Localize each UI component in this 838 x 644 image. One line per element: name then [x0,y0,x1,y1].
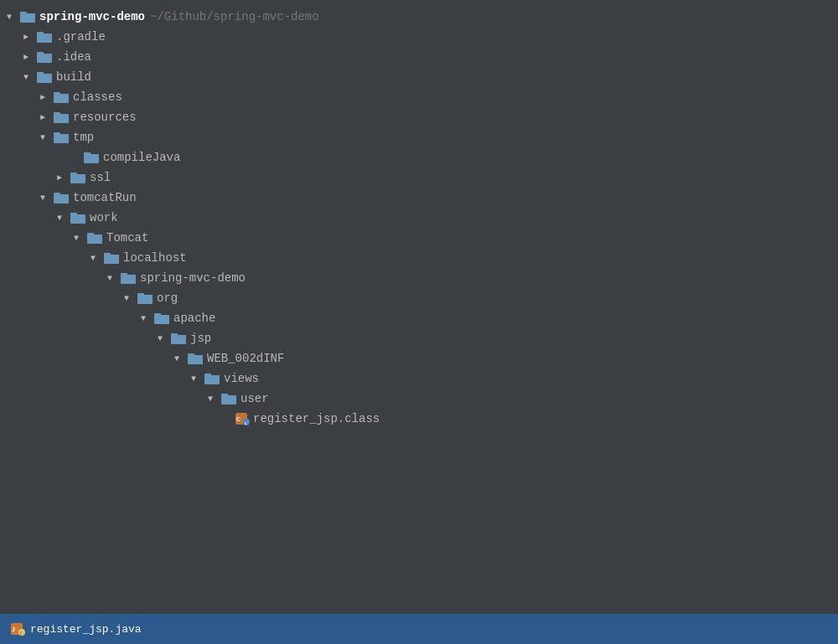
svg-rect-31 [154,313,161,317]
item-label: apache [173,312,215,325]
folder-icon [204,373,220,384]
svg-text:c: c [245,420,247,425]
item-label: tmp [73,131,94,144]
expand-arrow: ► [40,93,54,102]
tree-row-tomcat[interactable]: ▼ Tomcat [0,228,838,248]
item-label: register_jsp.class [253,412,380,425]
svg-text:J: J [12,626,15,632]
tree-row-views[interactable]: ▼ views [0,368,838,389]
svg-rect-35 [188,353,194,357]
tree-row-org[interactable]: ▼ org [0,288,838,308]
folder-icon [84,152,99,163]
folder-icon [70,172,85,183]
expand-arrow: ▼ [191,374,204,384]
item-label: ssl [90,171,111,184]
folder-icon [20,11,35,23]
expand-arrow: ▼ [40,133,54,142]
expand-arrow: ▼ [7,13,20,22]
file-tree: ▼ spring-mvc-demo ~/Github/spring-mvc-de… [0,0,838,614]
svg-rect-37 [204,374,211,377]
expand-arrow: ▼ [141,314,154,323]
svg-rect-1 [20,12,27,15]
expand-arrow: ▼ [57,214,70,223]
tree-row-resources[interactable]: ► resources [0,107,838,127]
item-label: org [157,291,178,305]
expand-arrow: ▼ [40,193,54,203]
tree-row-tmp[interactable]: ▼ tmp [0,127,838,147]
item-label: resources [73,111,137,124]
svg-rect-17 [70,173,77,176]
item-label: .idea [56,50,91,64]
tree-row-register-class[interactable]: C c register_jsp.class [0,409,838,429]
svg-rect-29 [137,293,144,296]
folder-icon [221,393,236,404]
svg-rect-5 [37,52,44,55]
folder-icon [104,252,119,264]
folder-icon [121,272,136,284]
tree-row-idea[interactable]: ► .idea [0,47,838,67]
svg-text:C: C [236,416,241,422]
folder-icon [70,212,85,224]
item-label: tomcatRun [73,191,137,204]
folder-icon [54,192,69,204]
svg-rect-19 [54,193,60,196]
item-label: work [90,211,118,224]
tree-row-user[interactable]: ▼ user [0,389,838,409]
expand-arrow: ▼ [158,334,171,343]
item-label: .gradle [56,30,106,44]
folder-icon [188,353,203,364]
folder-icon [54,111,69,123]
folder-icon [137,292,153,304]
folder-icon [37,71,52,83]
tree-row-ssl[interactable]: ► ssl [0,167,838,188]
tree-row-apache[interactable]: ▼ apache [0,308,838,328]
svg-rect-23 [87,233,94,236]
bottom-bar-filename: register_jsp.java [30,623,142,636]
expand-arrow: ► [23,53,37,62]
svg-rect-33 [171,333,178,337]
folder-icon [54,91,69,103]
folder-icon [54,131,69,143]
tree-row-webinf[interactable]: ▼ WEB_002dINF [0,348,838,368]
expand-arrow: ► [40,113,54,122]
tree-row-work[interactable]: ▼ work [0,208,838,228]
svg-rect-15 [84,152,91,156]
expand-arrow: ▼ [91,254,104,263]
expand-arrow: ► [57,173,70,183]
tree-row-localhost[interactable]: ▼ localhost [0,248,838,268]
tree-row-tomcatrun[interactable]: ▼ tomcatRun [0,188,838,208]
item-label: build [56,70,91,84]
folder-icon [37,51,52,63]
item-label: classes [73,90,122,104]
path-label: ~/Github/spring-mvc-demo [150,10,319,23]
expand-arrow: ▼ [74,234,87,243]
svg-rect-39 [221,394,228,397]
item-label: spring-mvc-demo [140,271,246,285]
bottom-bar-file[interactable]: J ! register_jsp.java [10,622,142,636]
tree-row-root[interactable]: ▼ spring-mvc-demo ~/Github/spring-mvc-de… [0,7,838,27]
svg-rect-9 [54,92,60,95]
expand-arrow: ▼ [174,354,188,363]
tree-row-build[interactable]: ▼ build [0,67,838,87]
folder-icon [87,232,102,244]
tree-row-spring-mvc-demo-nested[interactable]: ▼ spring-mvc-demo [0,268,838,288]
item-label: jsp [190,332,211,345]
svg-rect-27 [121,273,127,276]
item-label: localhost [123,251,187,265]
tree-row-gradle[interactable]: ► .gradle [0,27,838,47]
tree-row-classes[interactable]: ► classes [0,87,838,107]
tree-row-compilejava[interactable]: compileJava [0,147,838,167]
expand-arrow: ► [23,33,37,42]
class-file-icon: C c [235,412,250,425]
svg-rect-3 [37,32,44,35]
tree-row-jsp[interactable]: ▼ jsp [0,328,838,348]
item-label: spring-mvc-demo [39,10,145,23]
folder-icon [171,332,186,344]
item-label: views [224,372,259,385]
item-label: user [241,392,269,405]
item-label: Tomcat [106,231,148,245]
svg-rect-7 [37,72,44,75]
folder-icon [154,312,169,324]
item-label: compileJava [103,151,180,164]
svg-rect-13 [54,132,60,136]
